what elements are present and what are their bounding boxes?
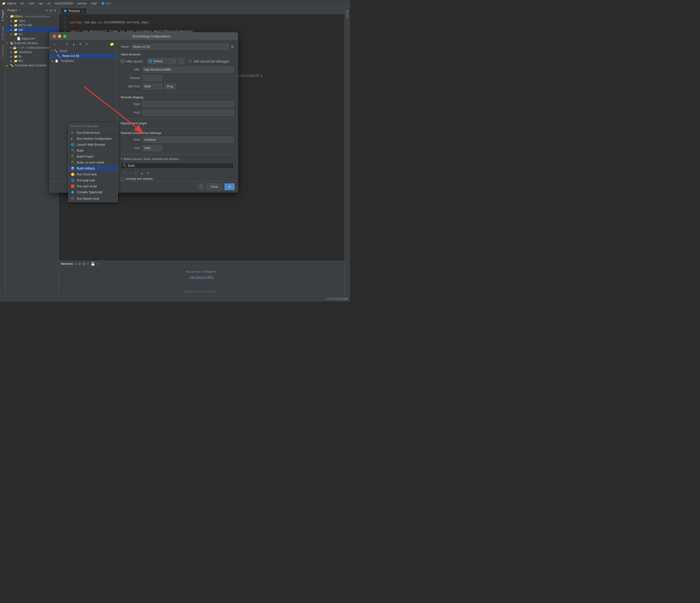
host-input[interactable] xyxy=(143,109,234,115)
breadcrumb-api[interactable]: api xyxy=(39,2,43,5)
before-launch-down-button[interactable]: ▼ xyxy=(146,171,150,176)
close-traffic-light[interactable] xyxy=(53,35,56,38)
tree-idea-label: .idea xyxy=(19,19,25,23)
config-group-templates[interactable]: ▶ 📋 Templates xyxy=(50,58,117,63)
dialog-right-panel: Name: SI Open browser ✓ After launch 🌐 D… xyxy=(117,40,238,181)
gear-icon[interactable]: ⚙ xyxy=(45,8,48,12)
minimize-traffic-light[interactable] xyxy=(58,35,61,38)
dropdown-item-run-maven[interactable]: Ⓜ Run Maven Goal xyxy=(69,195,118,202)
run-another-config-icon: ▶ xyxy=(71,137,75,140)
dropdown-item-build-project[interactable]: 🔨 Build Project xyxy=(69,154,118,160)
side-tab-structure[interactable]: 7: Structure xyxy=(1,43,5,61)
run-npm-icon: 🟥 xyxy=(71,185,75,188)
save-icon[interactable]: 💾 xyxy=(91,262,95,266)
browser-select[interactable]: 🌐 Default ▾ xyxy=(147,58,176,64)
charset-input[interactable] xyxy=(143,75,162,81)
side-tab-project[interactable]: 1: Project xyxy=(1,8,5,23)
project-folder-icon: 📁 xyxy=(10,15,14,18)
editor-tab-test[interactable]: 🔷 Test.java ✕ xyxy=(61,8,86,14)
config-group-resin[interactable]: ▾ 🔧 Resin xyxy=(50,49,117,53)
add-service-link[interactable]: Add Service (⌘N) xyxy=(190,276,214,279)
dropdown-item-run-npm[interactable]: 🟥 Run npm script xyxy=(69,183,118,189)
project-panel-dropdown-icon[interactable]: ▾ xyxy=(19,9,20,11)
run-npm-label: Run npm script xyxy=(77,185,97,188)
dropdown-item-run-gulp[interactable]: 🔵 Run gulp task xyxy=(69,177,118,183)
name-input[interactable] xyxy=(131,44,229,50)
config-item-resin-4058[interactable]: 🔧 Resin 4.0.58 xyxy=(50,53,117,58)
breadcrumb-impl[interactable]: impl xyxy=(91,2,97,5)
dropdown-item-run-another-config[interactable]: ▶ Run Another Configuration xyxy=(69,136,118,142)
jmx-port-input[interactable] xyxy=(143,83,162,89)
close-button[interactable]: Close xyxy=(206,183,222,190)
tree-out[interactable]: ▶ 📁 out xyxy=(5,27,58,32)
tree-idea[interactable]: ▶ 📁 .idea xyxy=(5,19,58,23)
before-launch-collapse[interactable]: ▾ xyxy=(121,157,122,161)
build-project-icon: 🔨 xyxy=(71,155,75,158)
jdk-icon: ☕ xyxy=(13,46,17,49)
group-icon[interactable]: ⊞ xyxy=(82,262,85,266)
tree-root-label: e9java xyxy=(14,15,23,18)
run-gulp-label: Run gulp task xyxy=(77,179,95,182)
layout-icon[interactable]: ⊞ xyxy=(49,8,52,12)
before-launch-up-button[interactable]: ▲ xyxy=(140,171,145,176)
breadcrumb-test-file[interactable]: 🔷 Test xyxy=(101,2,111,5)
dropdown-item-run-grunt[interactable]: 🟡 Run Grunt task xyxy=(69,172,118,177)
breadcrumb-service[interactable]: service xyxy=(77,2,87,5)
resin-icon: 🔧 xyxy=(54,49,58,53)
help-button[interactable]: ? xyxy=(197,183,204,190)
maximize-traffic-light[interactable] xyxy=(63,35,67,38)
collapse-icon[interactable]: ≡ xyxy=(74,262,76,266)
after-launch-checkbox-group: ✓ After launch xyxy=(121,59,143,63)
scratches-icon: ✏️ xyxy=(10,64,14,67)
breadcrumb-test[interactable]: test20200529 xyxy=(55,2,73,5)
breadcrumb-src[interactable]: src xyxy=(20,2,24,5)
before-launch-edit-button[interactable]: ✏ xyxy=(133,171,139,176)
dropdown-item-build-artifacts[interactable]: 📦 Build Artifacts xyxy=(69,165,118,172)
breadcrumb-e9java[interactable]: e9java xyxy=(7,2,16,5)
dropdown-item-run-external-tool[interactable]: ⚙ Run External tool xyxy=(69,130,118,136)
gear2-icon[interactable]: ⚙ xyxy=(53,8,56,12)
url-input[interactable] xyxy=(143,67,234,73)
type-input[interactable] xyxy=(143,101,234,107)
breadcrumb-com[interactable]: com xyxy=(29,2,34,5)
activate-label: Activate tool window xyxy=(126,177,153,181)
after-launch-checkbox[interactable]: ✓ xyxy=(121,59,124,63)
dialog-title: Run/Debug Configurations xyxy=(69,34,235,38)
before-launch-remove-button[interactable]: − xyxy=(128,171,133,176)
apply-button[interactable]: A xyxy=(224,183,235,190)
copy-config-button[interactable]: ⎘ xyxy=(65,42,70,47)
dropdown-item-launch-browser[interactable]: 🌐 Launch Web Browser xyxy=(69,142,118,148)
tree-metainf[interactable]: ▶ 📁 META-INF xyxy=(5,23,58,27)
filter2-icon[interactable]: Y xyxy=(87,262,89,266)
dropdown-item-build[interactable]: 🔨 Build xyxy=(69,148,118,154)
add-service-icon[interactable]: + xyxy=(96,262,98,266)
url-row: URL: xyxy=(121,67,234,73)
tree-root[interactable]: ▾ 📁 e9java ~/work/project/e9java xyxy=(5,14,58,19)
remote-port-input[interactable] xyxy=(143,145,162,151)
browser-more-button[interactable]: ... xyxy=(178,58,184,64)
move-down-button[interactable]: ▼ xyxy=(78,42,83,47)
right-side-tabs: Maven xyxy=(345,7,350,302)
move-up-button[interactable]: ▲ xyxy=(71,42,77,47)
breadcrumb-cs[interactable]: cs xyxy=(47,2,50,5)
right-tab-maven[interactable]: Maven xyxy=(346,8,350,20)
ping-button[interactable]: Ping xyxy=(164,83,176,89)
dropdown-item-compile-ts[interactable]: 🔷 Compile TypeScript xyxy=(69,189,118,195)
deployment-target-section: Deployment target xyxy=(121,122,234,125)
sort-button[interactable]: ⇅ xyxy=(84,42,90,47)
folder-button[interactable]: 📁 xyxy=(109,42,115,47)
resin-item-icon: 🔧 xyxy=(57,54,60,58)
tab-close-icon[interactable]: ✕ xyxy=(82,10,84,12)
activate-checkbox[interactable] xyxy=(121,177,124,181)
js-debugger-checkbox[interactable] xyxy=(189,59,192,63)
services-content: No services configured. Add Service (⌘N) xyxy=(59,267,345,282)
remove-config-button[interactable]: − xyxy=(58,42,64,47)
side-tab-favorites[interactable]: 2: Favorites xyxy=(1,24,5,42)
filter-icon[interactable]: ⊟ xyxy=(78,262,81,266)
remote-host-input[interactable] xyxy=(143,137,234,143)
dropdown-item-build-no-error[interactable]: 🔨 Build, no error check xyxy=(69,160,118,165)
before-launch-toolbar: + − ✏ ▲ ▼ xyxy=(121,170,234,176)
type-label: Type: xyxy=(121,102,141,106)
add-config-button[interactable]: + xyxy=(52,42,57,47)
before-launch-add-button[interactable]: + xyxy=(122,171,127,176)
